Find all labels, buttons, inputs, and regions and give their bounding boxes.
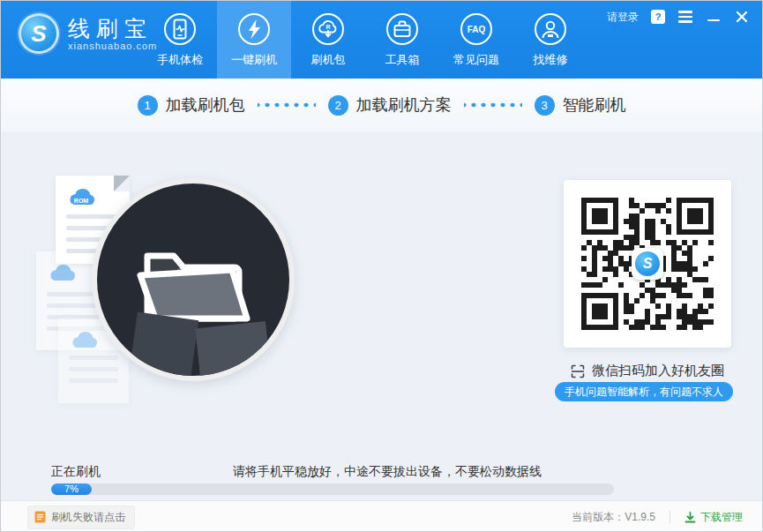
nav-item-one-key-flash[interactable]: 一键刷机	[217, 1, 291, 79]
login-link[interactable]: 请登录	[607, 10, 639, 25]
flash-illustration: ROM	[36, 149, 327, 418]
step-number: 2	[328, 95, 348, 116]
flash-failed-link[interactable]: 刷机失败请点击	[27, 506, 135, 529]
close-icon[interactable]	[734, 9, 750, 25]
nav-label: 刷机包	[311, 52, 346, 68]
app-window: S 线刷宝 xianshuabao.com 手机体检	[0, 0, 763, 532]
repair-person-icon	[534, 12, 567, 46]
download-manager-link[interactable]: 下载管理	[684, 510, 743, 525]
footer-bar: 刷机失败请点击 当前版本：V1.9.5 下载管理	[1, 500, 762, 532]
lightning-icon	[237, 12, 271, 46]
phone-check-icon	[163, 12, 197, 46]
flash-failed-label: 刷机失败请点击	[51, 510, 125, 525]
toolbox-icon	[385, 12, 419, 46]
qr-caption-text: 微信扫码加入好机友圈	[592, 363, 724, 379]
download-manager-label: 下载管理	[700, 510, 743, 525]
header-bar: S 线刷宝 xianshuabao.com 手机体检	[1, 1, 762, 79]
qr-center-logo-icon: S	[632, 248, 663, 280]
progress-bar-track: 7%	[51, 483, 614, 495]
menu-icon[interactable]	[677, 9, 693, 25]
nav-label: 工具箱	[385, 52, 420, 68]
minimize-icon[interactable]	[706, 9, 722, 25]
nav-label: 一键刷机	[231, 52, 277, 68]
step-dots-divider	[464, 102, 522, 108]
wechat-qr-card: S	[564, 180, 731, 348]
version-label: 当前版本：V1.9.5	[572, 510, 655, 525]
nav-item-phone-check[interactable]: 手机体检	[143, 1, 217, 79]
faq-icon: FAQ	[460, 12, 493, 46]
nav-item-faq[interactable]: FAQ 常见问题	[439, 1, 513, 79]
nav-item-find-repair[interactable]: 找维修	[513, 1, 587, 79]
steps-bar: 1 加载刷机包 2 加载刷机方案 3 智能刷机	[1, 79, 762, 131]
nav-label: 常见问题	[453, 52, 499, 68]
rom-cloud-badge-icon	[69, 329, 106, 352]
folder-circle-graphic	[92, 178, 295, 381]
titlebar-controls: 请登录 ?	[607, 8, 750, 26]
main-nav: 手机体检 一键刷机 R 刷机包	[143, 1, 587, 79]
svg-text:FAQ: FAQ	[468, 25, 486, 34]
progress-percent-label: 7%	[64, 483, 79, 495]
nav-label: 找维修	[534, 52, 568, 68]
svg-text:ROM: ROM	[74, 198, 89, 204]
step-load-rom: 1 加载刷机包	[138, 94, 245, 116]
step-label: 加载刷机方案	[356, 94, 452, 116]
rom-cloud-badge-icon	[47, 262, 84, 285]
step-smart-flash: 3 智能刷机	[535, 94, 626, 116]
svg-text:R: R	[325, 23, 330, 29]
download-icon	[684, 512, 696, 523]
help-icon[interactable]: ?	[651, 10, 665, 24]
flash-status-label: 正在刷机	[51, 464, 101, 480]
step-number: 3	[535, 95, 555, 116]
step-number: 1	[138, 95, 158, 116]
step-load-scheme: 2 加载刷机方案	[328, 94, 452, 116]
logo-s-icon: S	[19, 13, 59, 54]
step-label: 智能刷机	[563, 94, 626, 116]
progress-fill: 7%	[51, 483, 92, 495]
rom-cloud-icon: R	[311, 12, 345, 46]
nav-item-toolbox[interactable]: 工具箱	[365, 1, 439, 79]
step-label: 加载刷机包	[166, 94, 245, 116]
manual-book-icon	[34, 511, 46, 523]
nav-item-rom-package[interactable]: R 刷机包	[291, 1, 365, 79]
qr-caption: 微信扫码加入好机友圈	[555, 363, 740, 379]
step-dots-divider	[258, 102, 316, 108]
scan-icon	[571, 364, 585, 378]
qr-promo-pill: 手机问题智能解析，有问题不求人	[555, 382, 733, 401]
nav-label: 手机体检	[157, 52, 203, 68]
rom-cloud-badge-icon: ROM	[66, 186, 103, 209]
app-logo: S 线刷宝 xianshuabao.com	[19, 13, 157, 54]
footer-divider	[669, 511, 670, 523]
paper-fold-corner	[114, 176, 130, 191]
logo-monogram: S	[31, 22, 46, 45]
flash-status-tip: 请将手机平稳放好，中途不要拔出设备，不要松动数据线	[233, 464, 542, 480]
